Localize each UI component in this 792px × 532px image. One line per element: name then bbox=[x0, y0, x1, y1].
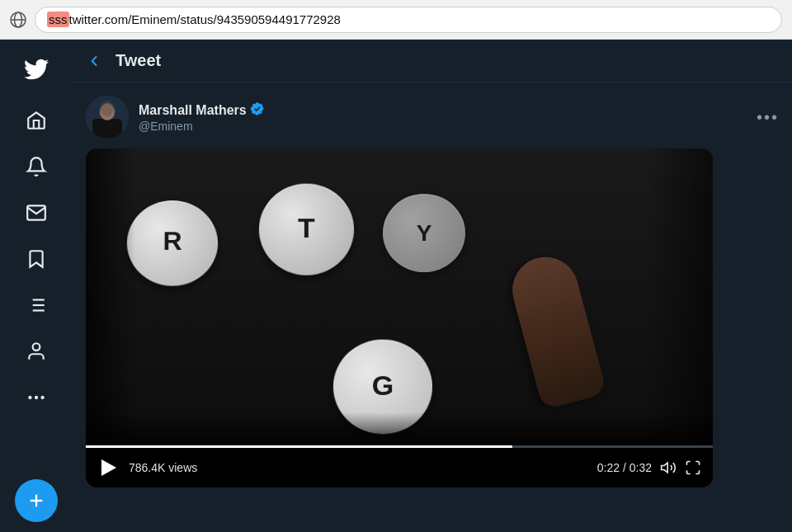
finger bbox=[523, 256, 622, 421]
svg-point-11 bbox=[35, 396, 38, 399]
tweet-user-info: Marshall Mathers @Eminem bbox=[86, 96, 265, 139]
fullscreen-button[interactable] bbox=[685, 459, 701, 476]
sidebar-item-lists[interactable] bbox=[15, 284, 58, 327]
svg-point-12 bbox=[40, 396, 44, 399]
typewriter-scene: R T Y G bbox=[86, 148, 713, 445]
sidebar-item-more[interactable] bbox=[15, 376, 58, 419]
back-button[interactable] bbox=[86, 53, 102, 69]
sidebar bbox=[0, 40, 73, 532]
video-player: R T Y G bbox=[86, 148, 713, 487]
tweet-user-row: Marshall Mathers @Eminem ••• bbox=[86, 96, 779, 139]
views-count: 786.4K views bbox=[129, 461, 589, 474]
user-details: Marshall Mathers @Eminem bbox=[139, 101, 265, 133]
sidebar-item-profile[interactable] bbox=[15, 330, 58, 373]
video-progress-bar[interactable] bbox=[86, 445, 713, 448]
sidebar-item-home[interactable] bbox=[15, 99, 58, 142]
svg-rect-16 bbox=[92, 119, 122, 139]
page-title: Tweet bbox=[116, 51, 161, 70]
volume-button[interactable] bbox=[660, 459, 676, 476]
sidebar-item-bookmarks[interactable] bbox=[15, 238, 58, 280]
video-progress-fill bbox=[86, 445, 512, 448]
browser-bar: ssstwitter.com/Eminem/status/94359059449… bbox=[0, 0, 792, 40]
video-thumbnail: R T Y G bbox=[86, 148, 713, 445]
time-display: 0:22 / 0:32 bbox=[597, 461, 652, 474]
url-highlight: ssstwitter.com/Eminem/status/94359059449… bbox=[47, 12, 341, 26]
tweet-page-header: Tweet bbox=[73, 40, 792, 82]
key-T: T bbox=[257, 184, 356, 275]
url-bar[interactable]: ssstwitter.com/Eminem/status/94359059449… bbox=[35, 7, 782, 33]
tweet-body: Marshall Mathers @Eminem ••• bbox=[73, 82, 792, 487]
globe-icon bbox=[10, 12, 26, 28]
svg-point-10 bbox=[28, 396, 31, 399]
video-controls: 786.4K views 0:22 / 0:32 bbox=[86, 448, 713, 487]
more-options-button[interactable]: ••• bbox=[757, 108, 779, 127]
compose-button[interactable] bbox=[15, 479, 58, 522]
sidebar-item-notifications[interactable] bbox=[15, 145, 58, 188]
svg-marker-19 bbox=[662, 463, 668, 473]
play-button[interactable] bbox=[97, 456, 120, 479]
user-handle: @Eminem bbox=[139, 120, 265, 133]
sidebar-item-messages[interactable] bbox=[15, 191, 58, 234]
main-layout: Tweet bbox=[0, 40, 792, 532]
svg-point-18 bbox=[101, 103, 113, 116]
svg-point-9 bbox=[33, 343, 40, 351]
key-Y: Y bbox=[383, 194, 465, 272]
avatar[interactable] bbox=[86, 96, 129, 139]
key-R: R bbox=[125, 200, 219, 286]
content-area: Tweet bbox=[73, 40, 792, 532]
twitter-logo[interactable] bbox=[16, 49, 56, 89]
user-name-row: Marshall Mathers bbox=[139, 101, 265, 120]
user-name: Marshall Mathers bbox=[139, 103, 247, 118]
avatar-image bbox=[86, 96, 129, 139]
verified-icon bbox=[250, 101, 265, 120]
play-icon bbox=[101, 459, 116, 476]
